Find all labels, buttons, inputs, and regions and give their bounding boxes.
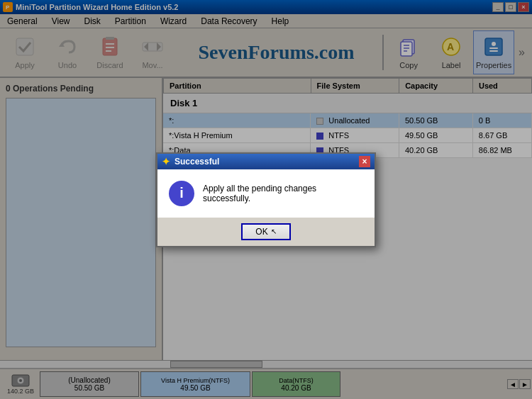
modal-ok-label: OK	[255, 227, 267, 237]
modal-ok-button[interactable]: OK ↖	[241, 223, 291, 240]
modal-message: Apply all the pending changes successful…	[203, 184, 363, 203]
modal-info-icon: i	[169, 181, 194, 206]
modal-body: i Apply all the pending changes successf…	[157, 169, 375, 218]
modal-close-button[interactable]: ×	[359, 156, 370, 167]
cursor-indicator: ↖	[271, 227, 277, 235]
modal-title-bar: ✦ Successful ×	[157, 154, 375, 169]
modal-footer: OK ↖	[157, 218, 375, 246]
modal-title-icon: ✦	[162, 156, 170, 167]
modal-dialog: ✦ Successful × i Apply all the pending c…	[156, 152, 376, 247]
modal-overlay: ✦ Successful × i Apply all the pending c…	[0, 0, 532, 399]
modal-title-text: Successful	[174, 157, 219, 167]
